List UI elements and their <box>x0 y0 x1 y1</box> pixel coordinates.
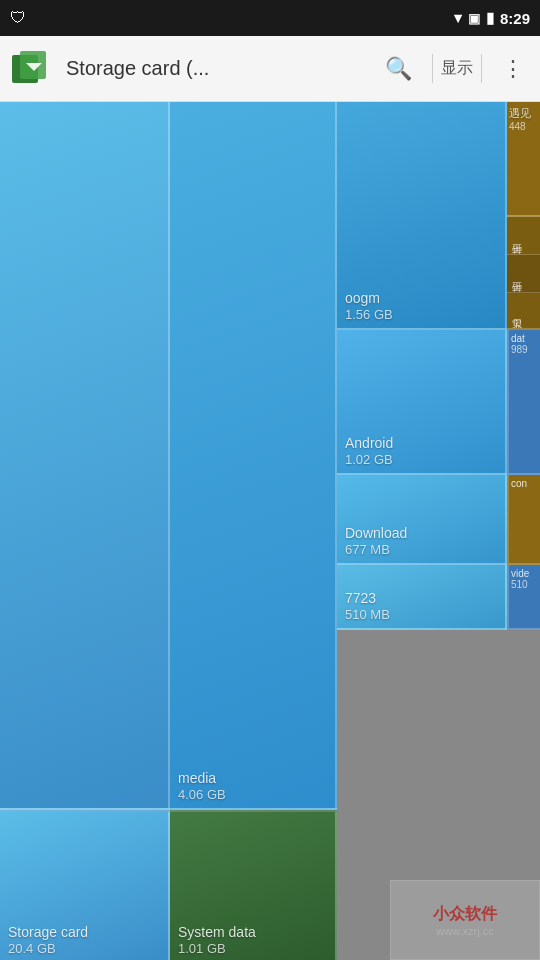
toolbar: Storage card (... 🔍 显示 ⋮ <box>0 36 540 102</box>
system-data-size: 1.01 GB <box>178 941 327 956</box>
cell-oogm[interactable]: oogm 1.56 GB <box>337 102 507 330</box>
storage-card-label: Storage card <box>8 924 160 941</box>
shield-icon: 🛡 <box>10 9 26 27</box>
video-size: 510 <box>511 579 538 590</box>
partial-yujian[interactable]: 遇见 448 <box>507 102 540 217</box>
android-label: Android <box>345 435 497 452</box>
dat-label: dat <box>511 333 538 344</box>
toolbar-actions: 🔍 显示 ⋮ <box>381 52 528 86</box>
7723-size: 510 MB <box>345 607 497 622</box>
partial-bz[interactable]: 宝贝 <box>507 293 540 330</box>
storage-card-size: 20.4 GB <box>8 941 160 956</box>
cell-android[interactable]: Android 1.02 GB <box>337 330 507 475</box>
status-left: 🛡 <box>10 9 26 27</box>
app-icon <box>12 47 56 91</box>
status-bar: 🛡 ▾ ▣ ▮ 8:29 <box>0 0 540 36</box>
cell-download[interactable]: Download 677 MB <box>337 475 507 565</box>
yujian-size: 448 <box>509 121 538 132</box>
yujian-label: 遇见 <box>509 106 538 121</box>
cell-media[interactable]: media 4.06 GB <box>170 102 337 810</box>
android-size: 1.02 GB <box>345 452 497 467</box>
video-label: vide <box>511 568 538 579</box>
search-button[interactable]: 🔍 <box>381 52 416 86</box>
media-size: 4.06 GB <box>178 787 327 802</box>
cell-storage-card[interactable]: Storage card 20.4 GB <box>0 810 170 960</box>
treemap: media 4.06 GB oogm 1.56 GB 遇见 448 王钟 王钟 … <box>0 102 540 960</box>
partial-wz2[interactable]: 王钟 <box>507 255 540 293</box>
wifi-icon: ▾ <box>454 9 462 27</box>
partial-dat[interactable]: dat 989 <box>507 330 540 475</box>
page-title: Storage card (... <box>66 57 381 80</box>
cell-7723[interactable]: 7723 510 MB <box>337 565 507 630</box>
watermark-url: www.xzrj.cc <box>436 925 493 937</box>
con-label: con <box>511 478 538 489</box>
oogm-label: oogm <box>345 290 497 307</box>
more-button[interactable]: ⋮ <box>498 52 528 86</box>
system-data-label: System data <box>178 924 327 941</box>
dat-size: 989 <box>511 344 538 355</box>
status-right: ▾ ▣ ▮ 8:29 <box>454 9 530 27</box>
cell-system-data[interactable]: System data 1.01 GB <box>170 810 337 960</box>
watermark: 小众软件 www.xzrj.cc <box>390 880 540 960</box>
download-label: Download <box>345 525 497 542</box>
partial-video[interactable]: vide 510 <box>507 565 540 630</box>
watermark-logo: 小众软件 <box>433 904 497 925</box>
partial-con[interactable]: con <box>507 475 540 565</box>
oogm-size: 1.56 GB <box>345 307 497 322</box>
cell-large-blue[interactable] <box>0 102 170 810</box>
partial-wz1[interactable]: 王钟 <box>507 217 540 255</box>
battery-icon: ▮ <box>486 9 494 27</box>
sim-icon: ▣ <box>468 11 480 26</box>
7723-label: 7723 <box>345 590 497 607</box>
media-label: media <box>178 770 327 787</box>
clock: 8:29 <box>500 10 530 27</box>
download-size: 677 MB <box>345 542 497 557</box>
display-button[interactable]: 显示 <box>432 54 482 83</box>
